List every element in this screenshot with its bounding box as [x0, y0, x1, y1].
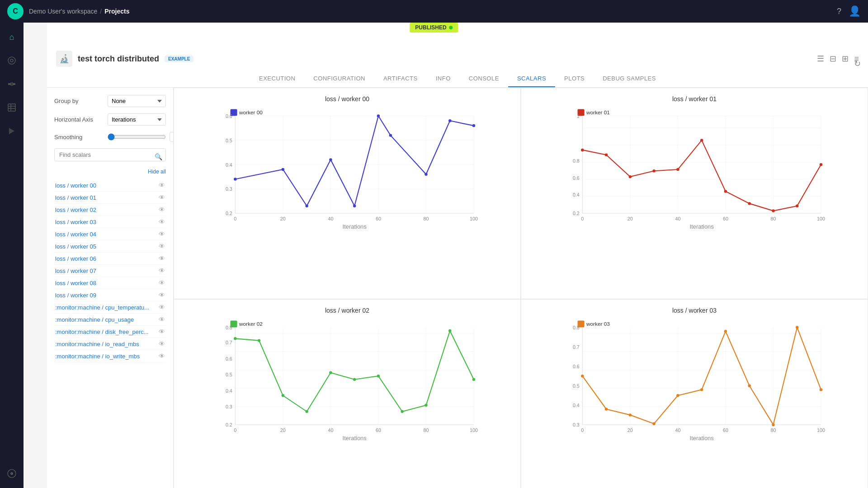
smoothing-value-input[interactable] — [170, 132, 174, 142]
visibility-icon[interactable]: 👁 — [159, 279, 165, 286]
svg-point-151 — [581, 375, 584, 377]
svg-point-80 — [724, 190, 727, 192]
horizontal-axis-select[interactable]: Iterations Time — [108, 113, 166, 126]
chart-svg-worker03: worker 03 0.3 — [525, 318, 864, 444]
grid-view-icon[interactable]: ⊞ — [842, 54, 849, 64]
svg-text:40: 40 — [675, 216, 680, 221]
tab-plots[interactable]: PLOTS — [555, 70, 594, 87]
list-item[interactable]: loss / worker 06 👁 — [54, 253, 166, 265]
svg-text:0.4: 0.4 — [573, 192, 580, 197]
svg-point-155 — [676, 394, 679, 397]
app-logo[interactable]: C — [7, 3, 24, 19]
help-icon[interactable]: ? — [837, 7, 841, 16]
svg-point-83 — [796, 205, 798, 207]
chart-container-worker00: worker 00 — [178, 106, 517, 233]
project-link[interactable]: Projects — [104, 8, 129, 15]
svg-marker-9 — [9, 128, 14, 134]
list-item[interactable]: :monitor:machine / cpu_temperatu... 👁 — [54, 301, 166, 314]
svg-text:0.8: 0.8 — [226, 325, 232, 330]
visibility-icon[interactable]: 👁 — [159, 255, 165, 262]
workspace-link[interactable]: Demo User's workspace — [29, 8, 97, 15]
svg-text:0: 0 — [234, 427, 236, 433]
svg-point-159 — [772, 423, 774, 426]
list-item[interactable]: :monitor:machine / cpu_usage 👁 — [54, 314, 166, 326]
refresh-icon[interactable]: ↻ — [854, 59, 861, 69]
svg-text:60: 60 — [376, 427, 381, 433]
svg-point-160 — [796, 326, 798, 328]
svg-text:80: 80 — [770, 216, 776, 221]
svg-text:Iterations: Iterations — [690, 435, 714, 441]
svg-text:0.5: 0.5 — [573, 383, 580, 389]
sidebar-item-tables[interactable] — [5, 100, 19, 115]
svg-point-158 — [748, 385, 750, 387]
visibility-icon[interactable]: 👁 — [159, 316, 165, 323]
tab-info[interactable]: INFO — [427, 70, 460, 87]
main-content: 🔬 test torch distributed EXAMPLE ☰ ⊟ ⊞ ≡… — [47, 23, 868, 488]
visibility-icon[interactable]: 👁 — [159, 304, 165, 311]
visibility-icon[interactable]: 👁 — [159, 352, 165, 360]
tab-artifacts[interactable]: ARTIFACTS — [374, 70, 427, 87]
list-item[interactable]: loss / worker 00 👁 — [54, 179, 166, 192]
svg-point-152 — [605, 408, 608, 410]
status-dot — [449, 26, 453, 29]
chart-worker01: loss / worker 01 worker 01 — [521, 88, 868, 299]
svg-text:0.6: 0.6 — [573, 364, 580, 369]
visibility-icon[interactable]: 👁 — [159, 182, 165, 189]
svg-text:60: 60 — [723, 216, 728, 221]
list-item[interactable]: loss / worker 09 👁 — [54, 289, 166, 301]
list-item[interactable]: loss / worker 01 👁 — [54, 192, 166, 204]
list-item[interactable]: loss / worker 05 👁 — [54, 240, 166, 253]
split-view-icon[interactable]: ⊟ — [830, 54, 836, 64]
svg-point-118 — [353, 378, 356, 381]
sidebar-item-pipeline[interactable] — [5, 124, 19, 138]
svg-text:0.7: 0.7 — [226, 340, 232, 345]
list-item[interactable]: loss / worker 07 👁 — [54, 265, 166, 277]
tab-configuration[interactable]: CONFIGURATION — [304, 70, 374, 87]
visibility-icon[interactable]: 👁 — [159, 340, 165, 347]
svg-text:100: 100 — [470, 427, 478, 433]
sidebar-item-brain[interactable] — [5, 53, 19, 68]
left-sidebar: ⌂ — [0, 23, 24, 488]
svg-text:worker 03: worker 03 — [586, 321, 610, 327]
list-item[interactable]: :monitor:machine / io_read_mbs 👁 — [54, 338, 166, 350]
svg-rect-4 — [10, 82, 13, 86]
svg-point-84 — [820, 163, 822, 166]
visibility-icon[interactable]: 👁 — [159, 194, 165, 201]
visibility-icon[interactable]: 👁 — [159, 267, 165, 274]
svg-point-76 — [629, 175, 632, 178]
svg-rect-5 — [8, 104, 15, 111]
list-item[interactable]: :monitor:machine / io_write_mbs 👁 — [54, 350, 166, 362]
tab-execution[interactable]: EXECUTION — [250, 70, 304, 87]
visibility-icon[interactable]: 👁 — [159, 230, 165, 238]
list-item[interactable]: loss / worker 03 👁 — [54, 216, 166, 228]
list-item[interactable]: loss / worker 04 👁 — [54, 228, 166, 240]
tab-scalars[interactable]: SCALARS — [508, 70, 555, 87]
svg-text:0.2: 0.2 — [226, 211, 232, 216]
list-item[interactable]: loss / worker 08 👁 — [54, 277, 166, 289]
list-item[interactable]: :monitor:machine / disk_free_perc... 👁 — [54, 326, 166, 338]
hide-all-link[interactable]: Hide all — [54, 169, 166, 175]
tab-debug-samples[interactable]: DEBUG SAMPLES — [594, 70, 665, 87]
group-by-label: Group by — [54, 98, 104, 104]
svg-point-156 — [700, 388, 703, 391]
svg-point-43 — [389, 134, 392, 136]
list-view-icon[interactable]: ☰ — [817, 54, 824, 64]
user-avatar[interactable]: 👤 — [849, 5, 861, 17]
task-title-row: 🔬 test torch distributed EXAMPLE ☰ ⊟ ⊞ ≡ — [56, 51, 859, 67]
visibility-icon[interactable]: 👁 — [159, 328, 165, 335]
visibility-icon[interactable]: 👁 — [159, 218, 165, 225]
search-input[interactable] — [54, 148, 166, 161]
smoothing-slider[interactable] — [108, 133, 166, 141]
sidebar-item-experiments[interactable] — [5, 77, 19, 91]
group-by-select[interactable]: None Metric Variant — [108, 95, 166, 107]
tab-console[interactable]: CONSOLE — [460, 70, 508, 87]
sidebar-item-github[interactable] — [5, 466, 19, 481]
list-item[interactable]: loss / worker 02 👁 — [54, 204, 166, 216]
svg-text:0.7: 0.7 — [573, 344, 580, 350]
left-panel: Group by None Metric Variant Horizontal … — [47, 88, 174, 488]
visibility-icon[interactable]: 👁 — [159, 243, 165, 250]
visibility-icon[interactable]: 👁 — [159, 206, 165, 213]
svg-point-11 — [10, 472, 13, 475]
sidebar-item-home[interactable]: ⌂ — [5, 30, 19, 44]
visibility-icon[interactable]: 👁 — [159, 291, 165, 299]
